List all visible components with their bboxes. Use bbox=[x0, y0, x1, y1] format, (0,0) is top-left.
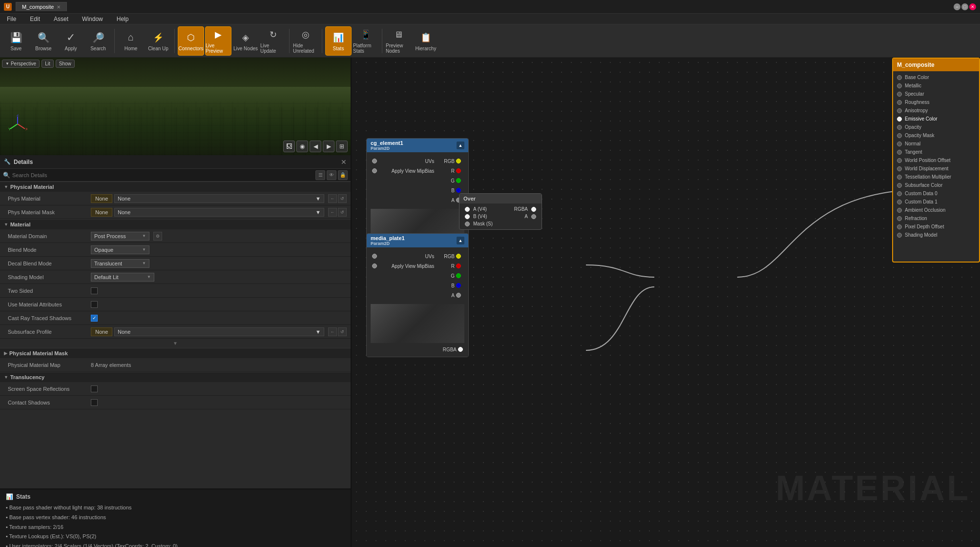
search-button[interactable]: 🔎 Search bbox=[85, 26, 111, 56]
cast-ray-traced-shadows-checkbox[interactable]: ✓ bbox=[91, 315, 98, 322]
cleanup-button[interactable]: ⚡ Clean Up bbox=[145, 26, 171, 56]
mat-prop-tessellation-multiplier[interactable]: Tessellation Multiplier bbox=[893, 173, 979, 181]
livepreview-button[interactable]: ▶ Live Preview bbox=[205, 26, 231, 56]
pin-b[interactable] bbox=[456, 188, 461, 193]
vp-btn-1[interactable]: ⛾ bbox=[283, 141, 295, 152]
liveupdate-button[interactable]: ↻ Live Update bbox=[260, 26, 286, 56]
mat-pin-shading-model[interactable] bbox=[897, 233, 902, 238]
mat-pin-metallic[interactable] bbox=[897, 83, 902, 88]
mat-prop-roughness[interactable]: Roughness bbox=[893, 98, 979, 106]
section-physical-material-mask[interactable]: ▶ Physical Material Mask bbox=[0, 348, 351, 358]
mat-pin-world-position-offset[interactable] bbox=[897, 158, 902, 163]
apply-button[interactable]: ✓ Apply bbox=[58, 26, 84, 56]
mat-prop-shading-model-pin[interactable]: Shading Model bbox=[893, 231, 979, 239]
menu-asset[interactable]: Asset bbox=[51, 15, 71, 23]
over-pin-mask-row[interactable]: Mask (S) bbox=[459, 220, 542, 227]
pin-g-row-2[interactable]: G bbox=[440, 271, 466, 281]
maximize-button[interactable]: □ bbox=[961, 3, 968, 10]
mat-prop-metallic[interactable]: Metallic bbox=[893, 81, 979, 90]
over-pin-b-row[interactable]: B (V4) A bbox=[459, 213, 542, 220]
node-cg-element1-collapse[interactable]: ▲ bbox=[457, 142, 464, 149]
mat-pin-custom-data-1[interactable] bbox=[897, 200, 902, 204]
pin-r-row-2[interactable]: R bbox=[440, 261, 466, 271]
section-material[interactable]: ▼ Material bbox=[0, 219, 351, 229]
decal-blend-mode-dropdown[interactable]: Translucent ▼ bbox=[91, 259, 149, 268]
node-over[interactable]: Over A (V4) RGBA bbox=[459, 193, 542, 230]
viewport[interactable]: ▼ Perspective Lit Show X Y Z bbox=[0, 58, 351, 155]
section-physical-material[interactable]: ▼ Physical Material bbox=[0, 182, 351, 192]
mat-pin-emissive-color[interactable] bbox=[897, 117, 902, 122]
mat-prop-anisotropy[interactable]: Anisotropy bbox=[893, 106, 979, 115]
mat-pin-base-color[interactable] bbox=[897, 75, 902, 80]
vp-btn-3[interactable]: ◀ bbox=[310, 141, 321, 152]
connectors-button[interactable]: ⬡ Connectors bbox=[178, 26, 204, 56]
mat-prop-custom-data-1[interactable]: Custom Data 1 bbox=[893, 198, 979, 206]
mat-pin-tessellation-multiplier[interactable] bbox=[897, 175, 902, 180]
node-graph-background[interactable]: Zoom 1:1 cg_element1 Param2D ▲ bbox=[352, 58, 980, 547]
mat-prop-emissive-color[interactable]: Emissive Color bbox=[893, 115, 979, 123]
pin-r[interactable] bbox=[456, 168, 461, 173]
pin-uvs-row-2[interactable]: UVs bbox=[367, 251, 438, 261]
use-material-attributes-checkbox[interactable] bbox=[91, 301, 98, 308]
contact-shadows-checkbox[interactable] bbox=[91, 399, 98, 406]
pin-b-row-2[interactable]: B bbox=[440, 281, 466, 290]
phys-mat-mask-selector[interactable]: None ▼ bbox=[114, 208, 324, 217]
node-cg-element1-header[interactable]: cg_element1 Param2D ▲ bbox=[367, 139, 468, 152]
pin-rgba-2[interactable] bbox=[458, 347, 463, 352]
minimize-button[interactable]: – bbox=[954, 3, 960, 10]
pin-applymipbias-row[interactable]: Apply View MipBias bbox=[367, 166, 438, 176]
pin-rgb-2[interactable] bbox=[456, 254, 461, 259]
material-domain-settings[interactable]: ⚙ bbox=[153, 232, 162, 241]
mat-pin-anisotropy[interactable] bbox=[897, 108, 902, 113]
mat-prop-world-displacement[interactable]: World Displacement bbox=[893, 164, 979, 173]
node-over-header[interactable]: Over bbox=[459, 194, 542, 203]
mat-prop-pixel-depth-offset[interactable]: Pixel Depth Offset bbox=[893, 223, 979, 231]
save-button[interactable]: 💾 Save bbox=[3, 26, 29, 56]
section-translucency[interactable]: ▼ Translucency bbox=[0, 372, 351, 382]
subsurface-profile-back-btn[interactable]: ← bbox=[328, 327, 337, 336]
browse-button[interactable]: 🔍 Browse bbox=[30, 26, 57, 56]
mat-pin-refraction[interactable] bbox=[897, 216, 902, 221]
pin-rgb[interactable] bbox=[456, 159, 461, 163]
livenodes-button[interactable]: ◈ Live Nodes bbox=[232, 26, 259, 56]
menu-help[interactable]: Help bbox=[114, 15, 132, 23]
screen-space-reflections-checkbox[interactable] bbox=[91, 385, 98, 392]
subsurface-profile-selector[interactable]: None ▼ bbox=[114, 327, 324, 336]
menu-edit[interactable]: Edit bbox=[27, 15, 43, 23]
platformstats-button[interactable]: 📱 Platform Stats bbox=[353, 26, 379, 56]
hierarchy-button[interactable]: 📋 Hierarchy bbox=[413, 26, 439, 56]
pin-r-row[interactable]: R bbox=[440, 166, 466, 176]
mat-pin-subsurface-color[interactable] bbox=[897, 183, 902, 188]
tab-close-btn[interactable]: ✕ bbox=[57, 4, 61, 10]
mat-pin-ambient-occlusion[interactable] bbox=[897, 208, 902, 213]
pin-apply-mip-bias[interactable] bbox=[372, 168, 377, 173]
mat-pin-opacity-mask[interactable] bbox=[897, 133, 902, 138]
over-pin-a-out[interactable] bbox=[531, 214, 536, 219]
stats-button[interactable]: 📊 Stats bbox=[325, 26, 352, 56]
mat-pin-custom-data-0[interactable] bbox=[897, 191, 902, 196]
over-pin-a-in[interactable] bbox=[465, 207, 470, 212]
mat-prop-base-color[interactable]: Base Color bbox=[893, 73, 979, 81]
mat-prop-world-position-offset[interactable]: World Position Offset bbox=[893, 156, 979, 164]
details-close-btn[interactable]: ✕ bbox=[341, 158, 347, 166]
previewnodes-button[interactable]: 🖥 Preview Nodes bbox=[385, 26, 412, 56]
two-sided-checkbox[interactable] bbox=[91, 287, 98, 294]
mat-prop-normal[interactable]: Normal bbox=[893, 140, 979, 148]
node-media-plate1[interactable]: media_plate1 Param2D ▲ UVs bbox=[366, 233, 469, 357]
material-domain-dropdown[interactable]: Post Process ▼ bbox=[91, 232, 149, 241]
home-button[interactable]: ⌂ Home bbox=[118, 26, 144, 56]
node-media-plate1-collapse[interactable]: ▲ bbox=[457, 237, 464, 244]
over-pin-mask-in[interactable] bbox=[465, 222, 470, 226]
mat-prop-custom-data-0[interactable]: Custom Data 0 bbox=[893, 189, 979, 198]
hideunrelated-button[interactable]: ◎ Hide Unrelated bbox=[292, 26, 319, 56]
mat-prop-ambient-occlusion[interactable]: Ambient Occlusion bbox=[893, 206, 979, 214]
details-filter-btn[interactable]: ☰ bbox=[315, 170, 325, 180]
pin-uvs-row[interactable]: UVs bbox=[367, 156, 438, 166]
shading-model-dropdown[interactable]: Default Lit ▼ bbox=[91, 273, 154, 282]
mat-prop-tangent[interactable]: Tangent bbox=[893, 148, 979, 156]
pin-rgb-row-2[interactable]: RGB bbox=[440, 251, 466, 261]
mat-pin-opacity[interactable] bbox=[897, 125, 902, 130]
mat-prop-refraction[interactable]: Refraction bbox=[893, 214, 979, 223]
node-media-plate1-header[interactable]: media_plate1 Param2D ▲ bbox=[367, 234, 468, 247]
pin-applymipbias-row-2[interactable]: Apply View MipBias bbox=[367, 261, 438, 271]
